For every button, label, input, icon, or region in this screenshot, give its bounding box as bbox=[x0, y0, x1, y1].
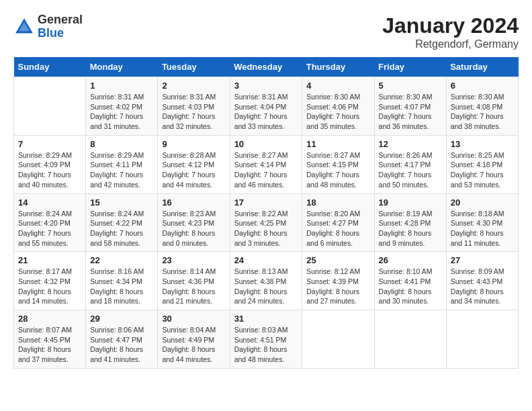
week-row-3: 14Sunrise: 8:24 AM Sunset: 4:20 PM Dayli… bbox=[14, 193, 519, 252]
header-wednesday: Wednesday bbox=[230, 57, 302, 77]
calendar-cell: 19Sunrise: 8:19 AM Sunset: 4:28 PM Dayli… bbox=[374, 193, 446, 252]
day-info: Sunrise: 8:24 AM Sunset: 4:20 PM Dayligh… bbox=[18, 209, 81, 248]
day-info: Sunrise: 8:23 AM Sunset: 4:23 PM Dayligh… bbox=[162, 209, 225, 248]
calendar-cell: 4Sunrise: 8:30 AM Sunset: 4:06 PM Daylig… bbox=[302, 77, 374, 136]
day-number: 7 bbox=[18, 139, 81, 149]
calendar-cell: 27Sunrise: 8:09 AM Sunset: 4:43 PM Dayli… bbox=[446, 252, 518, 310]
day-number: 25 bbox=[306, 255, 369, 265]
week-row-2: 7Sunrise: 8:29 AM Sunset: 4:09 PM Daylig… bbox=[14, 135, 519, 193]
day-number: 9 bbox=[162, 139, 225, 149]
calendar-cell: 18Sunrise: 8:20 AM Sunset: 4:27 PM Dayli… bbox=[302, 193, 374, 252]
calendar-cell: 28Sunrise: 8:07 AM Sunset: 4:45 PM Dayli… bbox=[14, 310, 86, 369]
calendar-title: January 2024 bbox=[382, 13, 519, 38]
day-info: Sunrise: 8:29 AM Sunset: 4:11 PM Dayligh… bbox=[90, 150, 153, 190]
logo-general: General bbox=[38, 13, 83, 27]
calendar-cell: 15Sunrise: 8:24 AM Sunset: 4:22 PM Dayli… bbox=[86, 193, 158, 252]
logo-text: General Blue bbox=[38, 13, 83, 40]
day-number: 12 bbox=[379, 139, 442, 149]
calendar-cell: 9Sunrise: 8:28 AM Sunset: 4:12 PM Daylig… bbox=[158, 135, 230, 193]
day-number: 4 bbox=[306, 81, 369, 91]
day-number: 16 bbox=[162, 197, 225, 208]
calendar-cell: 16Sunrise: 8:23 AM Sunset: 4:23 PM Dayli… bbox=[158, 193, 230, 252]
day-info: Sunrise: 8:14 AM Sunset: 4:36 PM Dayligh… bbox=[162, 267, 225, 306]
day-info: Sunrise: 8:22 AM Sunset: 4:25 PM Dayligh… bbox=[234, 209, 298, 248]
day-number: 5 bbox=[379, 81, 442, 91]
calendar-table: SundayMondayTuesdayWednesdayThursdayFrid… bbox=[13, 57, 519, 369]
day-number: 31 bbox=[234, 314, 298, 324]
week-row-5: 28Sunrise: 8:07 AM Sunset: 4:45 PM Dayli… bbox=[14, 310, 519, 369]
day-info: Sunrise: 8:07 AM Sunset: 4:45 PM Dayligh… bbox=[18, 325, 81, 365]
logo-blue: Blue bbox=[38, 27, 83, 40]
calendar-cell: 3Sunrise: 8:31 AM Sunset: 4:04 PM Daylig… bbox=[230, 77, 302, 136]
calendar-cell: 13Sunrise: 8:25 AM Sunset: 4:18 PM Dayli… bbox=[446, 135, 518, 193]
day-info: Sunrise: 8:27 AM Sunset: 4:14 PM Dayligh… bbox=[234, 150, 298, 190]
header-friday: Friday bbox=[374, 57, 446, 77]
day-info: Sunrise: 8:09 AM Sunset: 4:43 PM Dayligh… bbox=[451, 267, 514, 306]
day-info: Sunrise: 8:18 AM Sunset: 4:30 PM Dayligh… bbox=[451, 209, 514, 248]
day-number: 14 bbox=[18, 197, 81, 208]
day-number: 17 bbox=[234, 197, 298, 208]
day-number: 20 bbox=[451, 197, 514, 208]
day-number: 1 bbox=[90, 81, 153, 91]
logo-icon bbox=[13, 16, 35, 38]
day-info: Sunrise: 8:30 AM Sunset: 4:07 PM Dayligh… bbox=[379, 92, 442, 132]
day-number: 3 bbox=[234, 81, 298, 91]
day-number: 19 bbox=[379, 197, 442, 208]
calendar-header-row: SundayMondayTuesdayWednesdayThursdayFrid… bbox=[14, 57, 519, 77]
day-info: Sunrise: 8:19 AM Sunset: 4:28 PM Dayligh… bbox=[379, 209, 442, 248]
day-info: Sunrise: 8:31 AM Sunset: 4:02 PM Dayligh… bbox=[90, 92, 153, 132]
day-number: 23 bbox=[162, 255, 225, 265]
day-info: Sunrise: 8:10 AM Sunset: 4:41 PM Dayligh… bbox=[379, 267, 442, 306]
day-number: 26 bbox=[379, 255, 442, 265]
title-block: January 2024 Retgendorf, Germany bbox=[382, 13, 519, 50]
day-info: Sunrise: 8:28 AM Sunset: 4:12 PM Dayligh… bbox=[162, 150, 225, 190]
day-info: Sunrise: 8:17 AM Sunset: 4:32 PM Dayligh… bbox=[18, 267, 81, 306]
calendar-cell: 31Sunrise: 8:03 AM Sunset: 4:51 PM Dayli… bbox=[230, 310, 302, 369]
calendar-cell: 7Sunrise: 8:29 AM Sunset: 4:09 PM Daylig… bbox=[14, 135, 86, 193]
day-number: 27 bbox=[451, 255, 514, 265]
day-info: Sunrise: 8:27 AM Sunset: 4:15 PM Dayligh… bbox=[306, 150, 369, 190]
day-info: Sunrise: 8:30 AM Sunset: 4:08 PM Dayligh… bbox=[451, 92, 514, 132]
day-number: 18 bbox=[306, 197, 369, 208]
calendar-cell: 26Sunrise: 8:10 AM Sunset: 4:41 PM Dayli… bbox=[374, 252, 446, 310]
day-number: 30 bbox=[162, 314, 225, 324]
calendar-cell: 2Sunrise: 8:31 AM Sunset: 4:03 PM Daylig… bbox=[158, 77, 230, 136]
calendar-cell: 24Sunrise: 8:13 AM Sunset: 4:38 PM Dayli… bbox=[230, 252, 302, 310]
day-number: 13 bbox=[451, 139, 514, 149]
calendar-cell: 5Sunrise: 8:30 AM Sunset: 4:07 PM Daylig… bbox=[374, 77, 446, 136]
day-info: Sunrise: 8:24 AM Sunset: 4:22 PM Dayligh… bbox=[90, 209, 153, 248]
day-info: Sunrise: 8:20 AM Sunset: 4:27 PM Dayligh… bbox=[306, 209, 369, 248]
day-number: 29 bbox=[90, 314, 153, 324]
day-info: Sunrise: 8:29 AM Sunset: 4:09 PM Dayligh… bbox=[18, 150, 81, 190]
calendar-cell: 29Sunrise: 8:06 AM Sunset: 4:47 PM Dayli… bbox=[86, 310, 158, 369]
header-monday: Monday bbox=[86, 57, 158, 77]
page-header: General Blue January 2024 Retgendorf, Ge… bbox=[13, 13, 519, 50]
day-info: Sunrise: 8:04 AM Sunset: 4:49 PM Dayligh… bbox=[162, 325, 225, 365]
calendar-cell: 20Sunrise: 8:18 AM Sunset: 4:30 PM Dayli… bbox=[446, 193, 518, 252]
calendar-cell: 1Sunrise: 8:31 AM Sunset: 4:02 PM Daylig… bbox=[86, 77, 158, 136]
calendar-cell: 30Sunrise: 8:04 AM Sunset: 4:49 PM Dayli… bbox=[158, 310, 230, 369]
calendar-cell: 23Sunrise: 8:14 AM Sunset: 4:36 PM Dayli… bbox=[158, 252, 230, 310]
day-info: Sunrise: 8:31 AM Sunset: 4:03 PM Dayligh… bbox=[162, 92, 225, 132]
day-number: 2 bbox=[162, 81, 225, 91]
calendar-cell: 12Sunrise: 8:26 AM Sunset: 4:17 PM Dayli… bbox=[374, 135, 446, 193]
day-number: 6 bbox=[451, 81, 514, 91]
day-number: 10 bbox=[234, 139, 298, 149]
calendar-cell bbox=[374, 310, 446, 369]
calendar-cell: 6Sunrise: 8:30 AM Sunset: 4:08 PM Daylig… bbox=[446, 77, 518, 136]
week-row-1: 1Sunrise: 8:31 AM Sunset: 4:02 PM Daylig… bbox=[14, 77, 519, 136]
calendar-cell: 25Sunrise: 8:12 AM Sunset: 4:39 PM Dayli… bbox=[302, 252, 374, 310]
day-info: Sunrise: 8:31 AM Sunset: 4:04 PM Dayligh… bbox=[234, 92, 298, 132]
calendar-cell bbox=[14, 77, 86, 136]
calendar-cell: 21Sunrise: 8:17 AM Sunset: 4:32 PM Dayli… bbox=[14, 252, 86, 310]
week-row-4: 21Sunrise: 8:17 AM Sunset: 4:32 PM Dayli… bbox=[14, 252, 519, 310]
day-info: Sunrise: 8:25 AM Sunset: 4:18 PM Dayligh… bbox=[451, 150, 514, 190]
day-info: Sunrise: 8:12 AM Sunset: 4:39 PM Dayligh… bbox=[306, 267, 369, 306]
header-saturday: Saturday bbox=[446, 57, 518, 77]
day-info: Sunrise: 8:26 AM Sunset: 4:17 PM Dayligh… bbox=[379, 150, 442, 190]
calendar-cell: 22Sunrise: 8:16 AM Sunset: 4:34 PM Dayli… bbox=[86, 252, 158, 310]
logo: General Blue bbox=[13, 13, 83, 40]
calendar-cell: 10Sunrise: 8:27 AM Sunset: 4:14 PM Dayli… bbox=[230, 135, 302, 193]
day-info: Sunrise: 8:16 AM Sunset: 4:34 PM Dayligh… bbox=[90, 267, 153, 306]
calendar-cell: 11Sunrise: 8:27 AM Sunset: 4:15 PM Dayli… bbox=[302, 135, 374, 193]
